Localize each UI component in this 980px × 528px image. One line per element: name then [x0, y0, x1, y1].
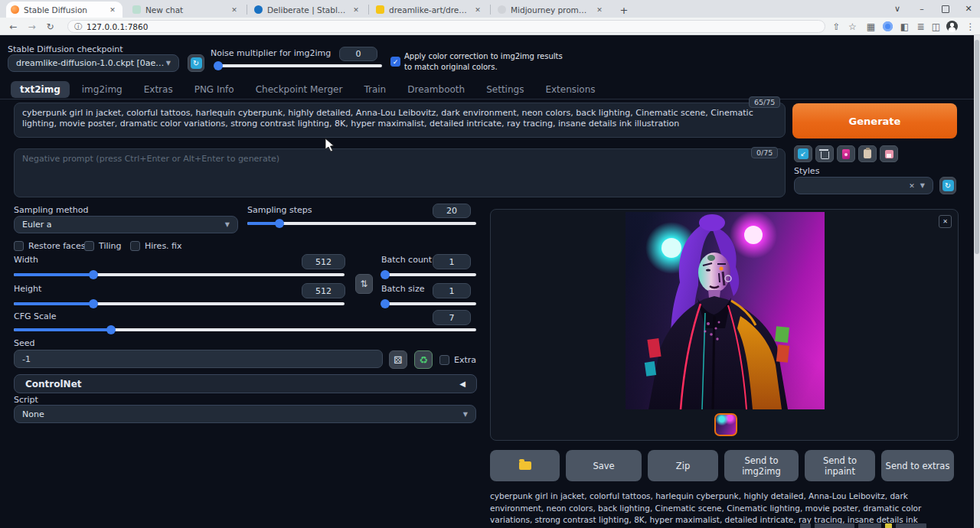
sampling-steps-value[interactable]: 20 [433, 204, 471, 218]
negative-prompt-textarea[interactable]: Negative prompt (press Ctrl+Enter or Alt… [14, 148, 786, 197]
browser-menu-icon[interactable]: ⋮ [963, 19, 978, 34]
send-to-img2img-button[interactable]: Send to img2img [724, 450, 799, 481]
hires-fix-checkbox[interactable] [130, 241, 140, 251]
sampling-steps-slider[interactable] [247, 218, 476, 229]
share-icon[interactable]: ⇧ [829, 19, 844, 34]
random-seed-button[interactable]: ⚄ [389, 350, 407, 369]
cfg-scale-value[interactable]: 7 [433, 310, 471, 325]
bookmark-star-icon[interactable]: ☆ [845, 19, 860, 34]
batch-size-slider[interactable] [381, 298, 476, 309]
styles-refresh-button[interactable]: ↻ [939, 177, 956, 194]
tab-close-icon[interactable]: ✕ [472, 5, 483, 15]
reuse-seed-button[interactable]: ♻ [414, 350, 433, 369]
tab-img2img[interactable]: img2img [73, 81, 132, 98]
browser-tab-dreamlike[interactable]: dreamlike-art/dreamlike-diffusio ✕ [371, 2, 488, 18]
prompt-textarea[interactable]: cyberpunk girl in jacket, colorful tatto… [14, 103, 786, 138]
tab-checkpoint-merger[interactable]: Checkpoint Merger [247, 81, 352, 98]
tab-search-chevron-icon[interactable]: ∨ [886, 0, 909, 18]
seed-input[interactable]: -1 [14, 350, 383, 368]
profile-avatar[interactable] [945, 19, 959, 34]
gallery-thumbnail-selected[interactable] [714, 413, 737, 436]
send-to-inpaint-button[interactable]: Send to inpaint [805, 450, 875, 481]
generation-info-text: cyberpunk girl in jacket, colorful tatto… [490, 491, 959, 528]
controlnet-accordion[interactable]: ControlNet ◀ [14, 374, 477, 393]
save-label: Save [593, 461, 614, 471]
clear-prompt-button[interactable] [815, 145, 834, 162]
generate-button[interactable]: Generate [792, 103, 957, 139]
window-maximize-button[interactable] [934, 0, 957, 18]
checkpoint-dropdown[interactable]: dreamlike-diffusion-1.0.ckpt [0aecbcfa2c… [8, 54, 179, 72]
extra-networks-button[interactable] [837, 145, 855, 162]
refresh-icon: ↻ [942, 180, 954, 191]
tab-divider [490, 5, 491, 15]
page-scrollbar-thumb[interactable] [975, 40, 979, 254]
browser-tab-new-chat[interactable]: New chat ✕ [128, 2, 244, 18]
swap-dimensions-button[interactable]: ⇅ [355, 274, 373, 294]
reload-icon[interactable]: ↻ [43, 19, 57, 34]
site-info-icon[interactable]: ⓘ [74, 21, 82, 32]
hires-fix-option[interactable]: Hires. fix [130, 241, 182, 251]
sampling-method-dropdown[interactable]: Euler a ▼ [14, 216, 238, 233]
window-minimize-button[interactable]: – [910, 0, 933, 18]
tab-extensions[interactable]: Extensions [536, 81, 604, 98]
tiling-checkbox[interactable] [84, 241, 94, 251]
window-close-button[interactable]: ✕ [957, 0, 980, 18]
tab-train[interactable]: Train [354, 81, 395, 98]
open-folder-button[interactable] [490, 450, 560, 481]
batch-size-value[interactable]: 1 [433, 283, 471, 298]
apply-styles-button[interactable] [858, 145, 877, 162]
checkpoint-refresh-button[interactable]: ↻ [188, 54, 204, 72]
height-slider[interactable] [14, 298, 345, 309]
tab-close-icon[interactable]: ✕ [594, 5, 605, 15]
extension-grid-icon[interactable]: ▦ [864, 19, 878, 34]
tab-title: Deliberate | Stable Diffusion Che [267, 5, 346, 15]
restore-faces-option[interactable]: Restore faces [14, 241, 85, 251]
back-icon[interactable]: ← [6, 19, 21, 34]
styles-clear-icon[interactable]: ✕ [909, 182, 915, 190]
tab-close-icon[interactable]: ✕ [107, 5, 118, 15]
batch-count-value[interactable]: 1 [433, 254, 471, 269]
script-dropdown[interactable]: None ▼ [14, 405, 476, 423]
extra-seed-option[interactable]: Extra [439, 355, 476, 365]
send-to-extras-button[interactable]: Send to extras [881, 450, 954, 481]
zip-button[interactable]: Zip [648, 450, 718, 481]
extension-blue-icon[interactable] [880, 19, 895, 34]
save-style-button[interactable] [880, 145, 898, 162]
tab-txt2img[interactable]: txt2img [11, 81, 70, 98]
reading-list-icon[interactable]: ≣ [913, 19, 928, 34]
browser-tab-midjourney[interactable]: Midjourney prompt examples : L ✕ [493, 2, 609, 18]
side-panel-icon[interactable]: ◫ [929, 19, 943, 34]
sampling-method-label: Sampling method [14, 205, 88, 215]
tab-png-info[interactable]: PNG Info [185, 81, 243, 98]
save-button[interactable]: Save [566, 450, 642, 481]
width-slider[interactable] [14, 269, 345, 280]
new-tab-button[interactable]: + [617, 3, 631, 17]
address-bar[interactable]: ⓘ 127.0.0.1:7860 [67, 20, 825, 33]
noise-multiplier-value[interactable]: 0 [339, 47, 377, 61]
tiling-option[interactable]: Tiling [84, 241, 122, 251]
cfg-scale-slider[interactable] [14, 324, 476, 335]
tab-close-icon[interactable]: ✕ [229, 5, 240, 15]
height-value[interactable]: 512 [302, 283, 345, 298]
restore-faces-checkbox[interactable] [14, 241, 24, 251]
tab-dreambooth[interactable]: Dreambooth [398, 81, 474, 98]
width-value[interactable]: 512 [302, 254, 345, 269]
page-scrollbar-track[interactable] [974, 35, 980, 528]
browser-tab-deliberate[interactable]: Deliberate | Stable Diffusion Che ✕ [250, 2, 366, 18]
browser-tab-stable-diffusion[interactable]: Stable Diffusion ✕ [6, 2, 122, 18]
forward-icon[interactable]: → [24, 19, 39, 34]
batch-count-slider[interactable] [381, 269, 476, 280]
styles-select[interactable]: ✕ ▼ [794, 177, 933, 194]
extra-seed-checkbox[interactable] [439, 355, 449, 365]
extensions-puzzle-icon[interactable]: ◧ [897, 19, 912, 34]
paste-parameters-button[interactable]: ↙ [794, 145, 812, 162]
tab-close-icon[interactable]: ✕ [351, 5, 361, 15]
color-correction-checkbox[interactable]: ✓ [390, 57, 400, 67]
gallery-close-button[interactable]: ✕ [939, 215, 952, 228]
tab-settings[interactable]: Settings [477, 81, 533, 98]
noise-multiplier-slider[interactable] [215, 60, 382, 71]
browser-toolbar: ← → ↻ ⓘ 127.0.0.1:7860 ⇧ ☆ ▦ ◧ ≣ ◫ ⋮ [0, 18, 980, 35]
generated-image[interactable] [626, 212, 825, 409]
batch-size-label: Batch size [381, 284, 424, 294]
tab-extras[interactable]: Extras [135, 81, 182, 98]
